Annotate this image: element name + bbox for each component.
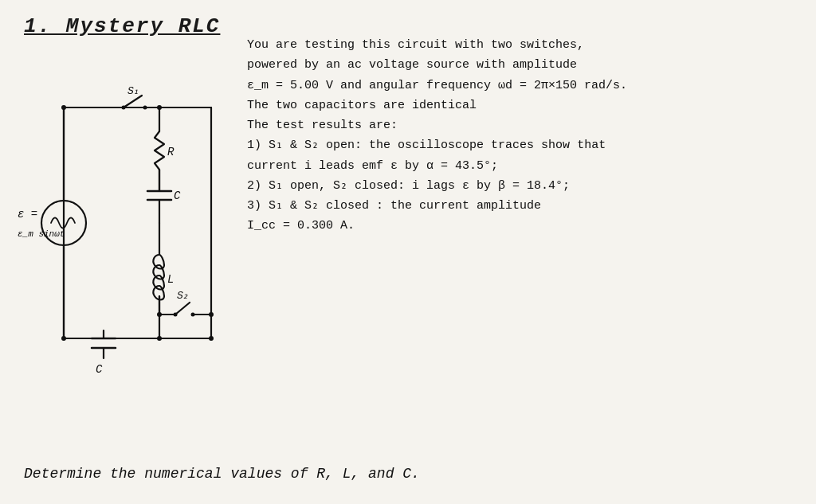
text-line-2: powered by an ac voltage source with amp… [247, 56, 804, 74]
text-line-5: The test results are: [247, 116, 804, 135]
text-content-area: You are testing this circuit with two sw… [247, 36, 804, 237]
svg-point-15 [143, 106, 147, 110]
text-line-6: 1) S₁ & S₂ open: the oscilloscope traces… [247, 136, 804, 154]
svg-text:ε_m sinωt: ε_m sinωt [18, 229, 65, 239]
text-line-9: 3) S₁ & S₂ closed : the current amplitud… [247, 197, 804, 215]
svg-point-32 [191, 313, 195, 317]
text-line-4: The two capacitors are identical [247, 96, 804, 115]
text-line-10: I_cc = 0.300 A. [247, 217, 804, 235]
circuit-diagram: ε = ε_m sinωt S₁ R C [16, 44, 247, 386]
text-line-1: You are testing this circuit with two sw… [247, 36, 804, 54]
svg-text:C: C [96, 363, 103, 376]
svg-point-41 [157, 105, 162, 110]
text-line-3: ε_m = 5.00 V and angular frequency ωd = … [247, 76, 804, 95]
svg-text:ε =: ε = [18, 208, 37, 221]
svg-text:S₁: S₁ [128, 85, 138, 97]
svg-line-29 [175, 303, 190, 315]
svg-point-31 [174, 313, 178, 317]
svg-text:L: L [167, 273, 174, 286]
title-section: 1. Mystery RLC [24, 14, 220, 38]
svg-point-44 [157, 312, 162, 317]
svg-text:R: R [167, 146, 175, 158]
svg-point-45 [157, 336, 162, 341]
circuit-svg: ε = ε_m sinωt S₁ R C [16, 44, 247, 386]
page-title: 1. Mystery RLC [24, 14, 220, 38]
svg-point-46 [61, 336, 66, 341]
svg-text:C: C [174, 189, 181, 202]
svg-point-42 [61, 105, 66, 110]
text-line-7: current i leads emf ε by α = 43.5°; [247, 157, 804, 175]
svg-point-43 [209, 312, 214, 317]
svg-point-47 [209, 336, 214, 341]
svg-text:S₂: S₂ [177, 290, 188, 302]
bottom-question: Determine the numerical values of R, L, … [24, 466, 804, 482]
svg-line-12 [124, 96, 142, 107]
text-line-8: 2) S₁ open, S₂ closed: i lags ε by β = 1… [247, 177, 804, 195]
svg-point-14 [122, 106, 126, 110]
